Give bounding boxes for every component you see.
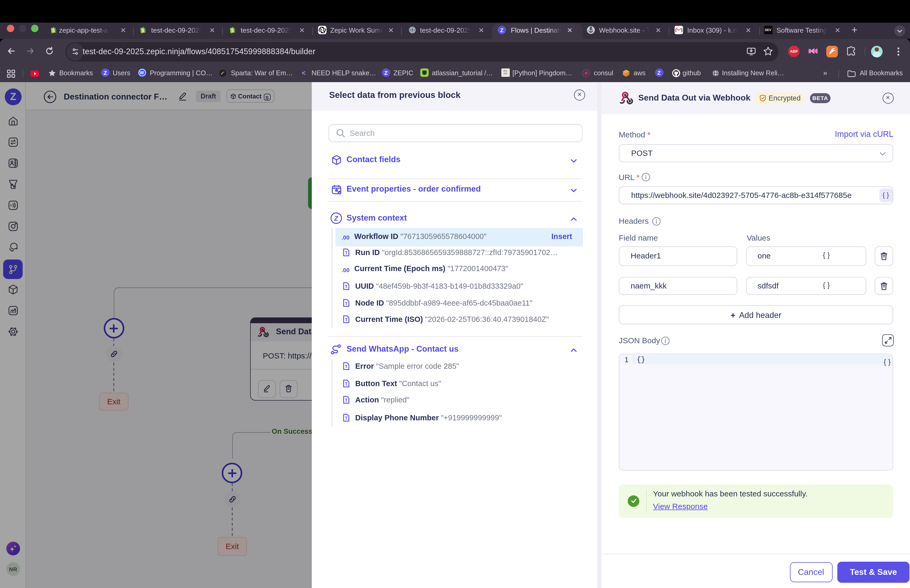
svg-text:T: T (345, 318, 347, 322)
svg-text:S: S (231, 28, 234, 32)
svg-text:T: T (345, 416, 347, 420)
svg-text:T: T (345, 284, 347, 289)
svg-text:W: W (139, 70, 144, 75)
svg-text:Z: Z (334, 215, 338, 222)
svg-text:T: T (345, 382, 347, 386)
svg-text:T: T (345, 399, 347, 403)
svg-text:T: T (345, 365, 347, 369)
svg-text:S: S (52, 28, 55, 32)
svg-text:T: T (345, 251, 347, 255)
svg-text:S: S (141, 28, 144, 32)
svg-text:T: T (345, 302, 347, 306)
